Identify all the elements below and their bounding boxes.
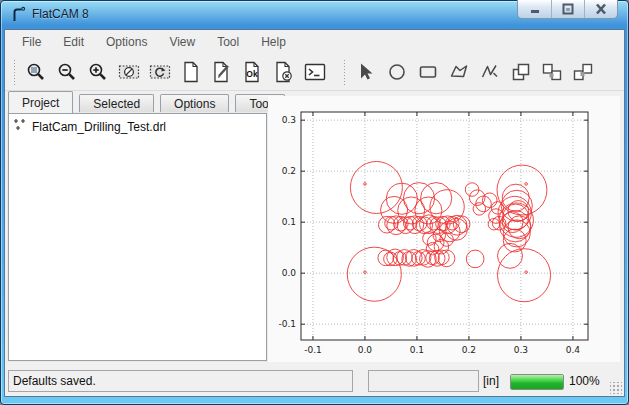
drill-plot-canvas[interactable]: -0.10.00.10.20.30.4-0.10.00.10.20.3 — [268, 96, 620, 362]
menu-item-file[interactable]: File — [11, 31, 52, 53]
svg-text:0.3: 0.3 — [514, 345, 528, 355]
close-button[interactable] — [584, 0, 617, 18]
svg-text:Ok: Ok — [246, 69, 258, 79]
draw-circle-icon[interactable] — [384, 59, 410, 85]
status-bar: Defaults saved. [in] 100% — [5, 368, 624, 396]
clear-plot-icon[interactable] — [116, 59, 142, 85]
status-message: Defaults saved. — [13, 374, 96, 388]
draw-polygon-icon[interactable] — [446, 59, 472, 85]
svg-text:-0.1: -0.1 — [304, 345, 322, 355]
new-project-icon[interactable] — [178, 59, 204, 85]
toolbar: Ok — [5, 54, 624, 91]
svg-text:0.1: 0.1 — [282, 217, 296, 227]
project-tree-panel[interactable]: FlatCam_Drilling_Test.drl — [8, 113, 267, 361]
tree-item-drill-file[interactable]: FlatCam_Drilling_Test.drl — [9, 114, 266, 135]
toolbar-drag-handle-2[interactable] — [343, 59, 346, 85]
replot-icon[interactable] — [147, 59, 173, 85]
toolbar-drag-handle[interactable] — [13, 59, 16, 85]
delete-object-icon[interactable] — [271, 59, 297, 85]
move-object-icon[interactable] — [570, 59, 596, 85]
tab-options[interactable]: Options — [160, 94, 229, 113]
draw-polyline-icon[interactable] — [477, 59, 503, 85]
resize-grip-icon[interactable] — [610, 382, 622, 394]
select-tool-icon[interactable] — [353, 59, 379, 85]
minimize-button[interactable] — [518, 0, 551, 18]
zoom-in-icon[interactable] — [85, 59, 111, 85]
svg-text:-0.1: -0.1 — [278, 319, 296, 329]
client-area: File Edit Options View Tool Help — [4, 29, 625, 397]
menu-item-tool[interactable]: Tool — [206, 31, 250, 53]
progress-bar — [510, 374, 564, 390]
maximize-button[interactable] — [551, 0, 584, 18]
tab-selected[interactable]: Selected — [79, 94, 154, 113]
status-aux-field — [368, 370, 479, 392]
svg-text:0.2: 0.2 — [462, 345, 476, 355]
svg-text:0.0: 0.0 — [358, 345, 373, 355]
open-project-icon[interactable] — [209, 59, 235, 85]
zoom-fit-icon[interactable] — [23, 59, 49, 85]
menu-item-help[interactable]: Help — [250, 31, 297, 53]
plot-figure: -0.10.00.10.20.30.4-0.10.00.10.20.3 — [268, 96, 620, 362]
title-bar[interactable]: FlatCAM 8 — [0, 0, 629, 29]
tree-item-label: FlatCam_Drilling_Test.drl — [32, 120, 166, 134]
status-message-field: Defaults saved. — [8, 370, 353, 392]
window-controls — [517, 0, 618, 19]
units-label: [in] — [483, 374, 499, 388]
menu-item-options[interactable]: Options — [95, 31, 158, 53]
copy-geometry-icon[interactable] — [508, 59, 534, 85]
copy-object-icon[interactable] — [539, 59, 565, 85]
window-title: FlatCAM 8 — [32, 7, 89, 21]
menu-bar: File Edit Options View Tool Help — [5, 30, 624, 54]
flatcam-logo-icon — [10, 6, 27, 23]
menu-item-view[interactable]: View — [158, 31, 206, 53]
progress-bar-fill — [511, 375, 563, 389]
zoom-out-icon[interactable] — [54, 59, 80, 85]
svg-text:0.4: 0.4 — [566, 345, 581, 355]
svg-text:0.0: 0.0 — [282, 268, 297, 278]
progress-percent-label: 100% — [569, 374, 600, 388]
svg-text:0.2: 0.2 — [282, 166, 296, 176]
drill-file-icon — [13, 118, 27, 135]
shell-icon[interactable] — [302, 59, 328, 85]
svg-text:0.1: 0.1 — [410, 345, 424, 355]
menu-item-edit[interactable]: Edit — [52, 31, 95, 53]
tab-project[interactable]: Project — [8, 91, 73, 113]
svg-text:0.3: 0.3 — [282, 115, 296, 125]
draw-rectangle-icon[interactable] — [415, 59, 441, 85]
save-project-icon[interactable]: Ok — [240, 59, 266, 85]
flatcam-window: FlatCAM 8 File Edit Options View Tool He… — [0, 0, 629, 405]
tab-bar: Project Selected Options Tool — [8, 91, 291, 113]
